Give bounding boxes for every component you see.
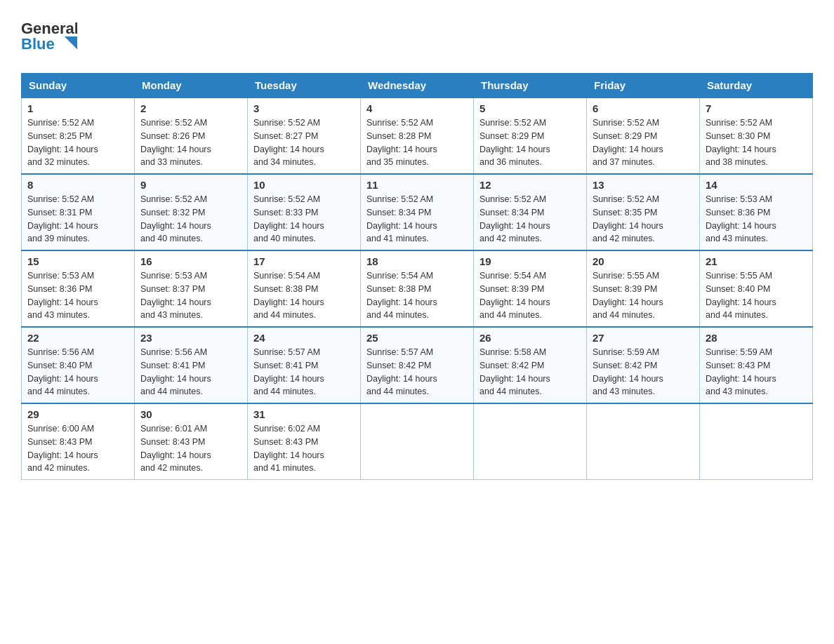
day-info: Sunrise: 6:01 AMSunset: 8:43 PMDaylight:… (140, 422, 241, 475)
day-number: 26 (479, 332, 581, 344)
day-number: 25 (366, 332, 468, 344)
column-header-sunday: Sunday (22, 74, 135, 98)
calendar-cell: 12Sunrise: 5:52 AMSunset: 8:34 PMDayligh… (474, 174, 587, 250)
day-number: 11 (366, 179, 468, 191)
day-number: 8 (27, 179, 128, 191)
day-info: Sunrise: 6:00 AMSunset: 8:43 PMDaylight:… (27, 422, 128, 475)
day-number: 24 (253, 332, 355, 344)
calendar-week-row: 29Sunrise: 6:00 AMSunset: 8:43 PMDayligh… (22, 403, 813, 480)
calendar-cell (587, 403, 700, 480)
calendar-cell: 1Sunrise: 5:52 AMSunset: 8:25 PMDaylight… (22, 98, 135, 174)
day-info: Sunrise: 5:52 AMSunset: 8:30 PMDaylight:… (706, 116, 807, 169)
calendar-cell: 3Sunrise: 5:52 AMSunset: 8:27 PMDaylight… (248, 98, 361, 174)
calendar-cell: 22Sunrise: 5:56 AMSunset: 8:40 PMDayligh… (22, 327, 135, 403)
calendar-cell: 9Sunrise: 5:52 AMSunset: 8:32 PMDaylight… (135, 174, 248, 250)
day-info: Sunrise: 5:57 AMSunset: 8:42 PMDaylight:… (366, 346, 468, 398)
day-number: 18 (366, 255, 468, 267)
calendar-cell: 29Sunrise: 6:00 AMSunset: 8:43 PMDayligh… (22, 403, 135, 480)
day-info: Sunrise: 5:52 AMSunset: 8:33 PMDaylight:… (253, 193, 355, 246)
column-header-monday: Monday (135, 74, 248, 98)
day-info: Sunrise: 6:02 AMSunset: 8:43 PMDaylight:… (253, 422, 355, 475)
calendar-week-row: 22Sunrise: 5:56 AMSunset: 8:40 PMDayligh… (22, 327, 813, 403)
day-number: 20 (593, 255, 694, 267)
day-info: Sunrise: 5:54 AMSunset: 8:38 PMDaylight:… (366, 269, 468, 322)
day-info: Sunrise: 5:52 AMSunset: 8:27 PMDaylight:… (253, 116, 355, 169)
day-info: Sunrise: 5:54 AMSunset: 8:38 PMDaylight:… (253, 269, 355, 322)
calendar-cell: 14Sunrise: 5:53 AMSunset: 8:36 PMDayligh… (700, 174, 813, 250)
calendar-cell: 8Sunrise: 5:52 AMSunset: 8:31 PMDaylight… (22, 174, 135, 250)
day-number: 17 (253, 255, 355, 267)
day-info: Sunrise: 5:52 AMSunset: 8:29 PMDaylight:… (479, 116, 581, 169)
logo-icon: General Blue (21, 14, 77, 56)
day-info: Sunrise: 5:52 AMSunset: 8:34 PMDaylight:… (479, 193, 581, 246)
calendar-cell: 21Sunrise: 5:55 AMSunset: 8:40 PMDayligh… (700, 250, 813, 327)
logo: General Blue (21, 14, 77, 59)
calendar-cell: 11Sunrise: 5:52 AMSunset: 8:34 PMDayligh… (361, 174, 474, 250)
day-number: 9 (140, 179, 241, 191)
day-number: 2 (140, 102, 241, 114)
day-info: Sunrise: 5:53 AMSunset: 8:37 PMDaylight:… (140, 269, 241, 322)
day-info: Sunrise: 5:56 AMSunset: 8:40 PMDaylight:… (27, 346, 128, 398)
column-header-tuesday: Tuesday (248, 74, 361, 98)
calendar-cell: 27Sunrise: 5:59 AMSunset: 8:42 PMDayligh… (587, 327, 700, 403)
day-number: 19 (479, 255, 581, 267)
day-number: 30 (140, 408, 241, 420)
calendar-cell: 30Sunrise: 6:01 AMSunset: 8:43 PMDayligh… (135, 403, 248, 480)
calendar-week-row: 1Sunrise: 5:52 AMSunset: 8:25 PMDaylight… (22, 98, 813, 174)
day-number: 21 (706, 255, 807, 267)
day-info: Sunrise: 5:52 AMSunset: 8:32 PMDaylight:… (140, 193, 241, 246)
calendar-cell: 16Sunrise: 5:53 AMSunset: 8:37 PMDayligh… (135, 250, 248, 327)
svg-text:Blue: Blue (21, 35, 55, 53)
calendar-week-row: 8Sunrise: 5:52 AMSunset: 8:31 PMDaylight… (22, 174, 813, 250)
day-number: 16 (140, 255, 241, 267)
day-info: Sunrise: 5:59 AMSunset: 8:42 PMDaylight:… (593, 346, 694, 398)
calendar-table: SundayMondayTuesdayWednesdayThursdayFrid… (21, 73, 813, 480)
calendar-cell: 13Sunrise: 5:52 AMSunset: 8:35 PMDayligh… (587, 174, 700, 250)
calendar-cell: 18Sunrise: 5:54 AMSunset: 8:38 PMDayligh… (361, 250, 474, 327)
day-info: Sunrise: 5:58 AMSunset: 8:42 PMDaylight:… (479, 346, 581, 398)
day-number: 7 (706, 102, 807, 114)
day-info: Sunrise: 5:57 AMSunset: 8:41 PMDaylight:… (253, 346, 355, 398)
day-number: 23 (140, 332, 241, 344)
day-number: 12 (479, 179, 581, 191)
day-info: Sunrise: 5:52 AMSunset: 8:34 PMDaylight:… (366, 193, 468, 246)
calendar-cell: 4Sunrise: 5:52 AMSunset: 8:28 PMDaylight… (361, 98, 474, 174)
day-number: 31 (253, 408, 355, 420)
day-number: 15 (27, 255, 128, 267)
calendar-header-row: SundayMondayTuesdayWednesdayThursdayFrid… (22, 74, 813, 98)
day-info: Sunrise: 5:52 AMSunset: 8:26 PMDaylight:… (140, 116, 241, 169)
day-number: 29 (27, 408, 128, 420)
calendar-cell: 23Sunrise: 5:56 AMSunset: 8:41 PMDayligh… (135, 327, 248, 403)
calendar-cell: 20Sunrise: 5:55 AMSunset: 8:39 PMDayligh… (587, 250, 700, 327)
day-number: 1 (27, 102, 128, 114)
day-number: 3 (253, 102, 355, 114)
day-info: Sunrise: 5:54 AMSunset: 8:39 PMDaylight:… (479, 269, 581, 322)
day-info: Sunrise: 5:52 AMSunset: 8:35 PMDaylight:… (593, 193, 694, 246)
day-info: Sunrise: 5:52 AMSunset: 8:25 PMDaylight:… (27, 116, 128, 169)
day-info: Sunrise: 5:52 AMSunset: 8:31 PMDaylight:… (27, 193, 128, 246)
calendar-cell: 28Sunrise: 5:59 AMSunset: 8:43 PMDayligh… (700, 327, 813, 403)
day-info: Sunrise: 5:53 AMSunset: 8:36 PMDaylight:… (706, 193, 807, 246)
column-header-friday: Friday (587, 74, 700, 98)
calendar-cell: 19Sunrise: 5:54 AMSunset: 8:39 PMDayligh… (474, 250, 587, 327)
calendar-cell: 7Sunrise: 5:52 AMSunset: 8:30 PMDaylight… (700, 98, 813, 174)
day-info: Sunrise: 5:56 AMSunset: 8:41 PMDaylight:… (140, 346, 241, 398)
column-header-wednesday: Wednesday (361, 74, 474, 98)
calendar-cell: 10Sunrise: 5:52 AMSunset: 8:33 PMDayligh… (248, 174, 361, 250)
day-number: 6 (593, 102, 694, 114)
column-header-thursday: Thursday (474, 74, 587, 98)
calendar-cell: 25Sunrise: 5:57 AMSunset: 8:42 PMDayligh… (361, 327, 474, 403)
day-number: 28 (706, 332, 807, 344)
calendar-cell (700, 403, 813, 480)
column-header-saturday: Saturday (700, 74, 813, 98)
day-info: Sunrise: 5:55 AMSunset: 8:40 PMDaylight:… (706, 269, 807, 322)
day-number: 22 (27, 332, 128, 344)
day-number: 10 (253, 179, 355, 191)
day-number: 13 (593, 179, 694, 191)
page-header: General Blue (21, 14, 813, 59)
calendar-cell: 6Sunrise: 5:52 AMSunset: 8:29 PMDaylight… (587, 98, 700, 174)
day-info: Sunrise: 5:52 AMSunset: 8:28 PMDaylight:… (366, 116, 468, 169)
day-info: Sunrise: 5:53 AMSunset: 8:36 PMDaylight:… (27, 269, 128, 322)
calendar-cell: 5Sunrise: 5:52 AMSunset: 8:29 PMDaylight… (474, 98, 587, 174)
day-info: Sunrise: 5:59 AMSunset: 8:43 PMDaylight:… (706, 346, 807, 398)
